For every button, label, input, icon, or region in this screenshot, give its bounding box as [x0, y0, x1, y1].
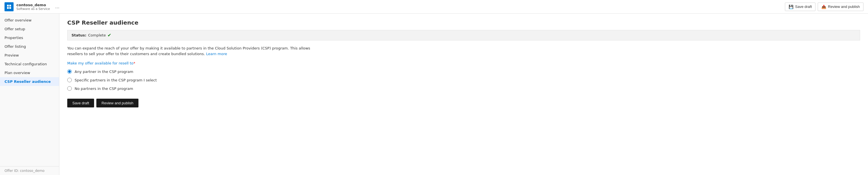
save-draft-button[interactable]: Save draft: [67, 99, 94, 108]
app-name: contoso_demo Software as a Service: [17, 3, 50, 11]
radio-no-partners-label: No partners in the CSP program: [74, 87, 133, 91]
svg-rect-2: [7, 7, 9, 8]
radio-option-any-partner[interactable]: Any partner in the CSP program: [67, 69, 860, 74]
sidebar-item-properties[interactable]: Properties: [0, 33, 59, 42]
review-publish-button-top[interactable]: 📤 Review and publish: [818, 3, 864, 11]
sidebar-item-preview[interactable]: Preview: [0, 51, 59, 60]
publish-icon: 📤: [822, 4, 826, 9]
status-check-icon: ✔: [107, 32, 111, 38]
svg-rect-3: [9, 7, 11, 8]
sidebar: Offer overview Offer setup Properties Of…: [0, 13, 59, 175]
resell-label-text: Make my offer available for resell to: [67, 61, 133, 65]
sidebar-item-offer-overview[interactable]: Offer overview: [0, 16, 59, 25]
svg-rect-0: [7, 4, 9, 6]
action-buttons: Save draft Review and publish: [67, 99, 860, 108]
top-bar: contoso_demo Software as a Service … 💾 S…: [0, 0, 868, 13]
app-name-subtitle: Software as a Service: [17, 7, 50, 11]
sidebar-item-plan-overview[interactable]: Plan overview: [0, 68, 59, 77]
review-publish-button[interactable]: Review and publish: [96, 99, 138, 108]
sidebar-nav: Offer overview Offer setup Properties Of…: [0, 13, 59, 88]
save-icon: 💾: [788, 4, 794, 9]
radio-group: Any partner in the CSP program Specific …: [67, 69, 860, 91]
content-area: CSP Reseller audience Status: Complete ✔…: [59, 13, 868, 175]
sidebar-item-technical-configuration[interactable]: Technical configuration: [0, 60, 59, 68]
description-content: You can expand the reach of your offer b…: [67, 46, 310, 56]
main-layout: Offer overview Offer setup Properties Of…: [0, 13, 868, 175]
radio-no-partners[interactable]: [67, 86, 72, 91]
review-publish-label-top: Review and publish: [828, 4, 860, 9]
ellipsis-button[interactable]: …: [53, 3, 62, 10]
svg-rect-1: [9, 4, 11, 6]
save-draft-button-top[interactable]: 💾 Save draft: [785, 3, 815, 11]
top-bar-left: contoso_demo Software as a Service …: [4, 2, 62, 11]
description-text: You can expand the reach of your offer b…: [67, 46, 321, 57]
sidebar-item-offer-listing[interactable]: Offer listing: [0, 42, 59, 51]
app-icon: [4, 2, 13, 11]
page-title: CSP Reseller audience: [67, 19, 860, 26]
top-bar-right: 💾 Save draft 📤 Review and publish: [785, 3, 864, 11]
radio-any-partner-label: Any partner in the CSP program: [74, 69, 133, 74]
sidebar-item-offer-setup[interactable]: Offer setup: [0, 25, 59, 33]
radio-option-no-partners[interactable]: No partners in the CSP program: [67, 86, 860, 91]
learn-more-link[interactable]: Learn more: [206, 52, 227, 56]
status-bar: Status: Complete ✔: [67, 30, 860, 40]
status-label: Status:: [71, 33, 87, 37]
resell-label: Make my offer available for resell to*: [67, 61, 860, 65]
radio-option-specific-partners[interactable]: Specific partners in the CSP program I s…: [67, 78, 860, 82]
radio-any-partner[interactable]: [67, 69, 72, 74]
sidebar-item-csp-reseller-audience[interactable]: CSP Reseller audience: [0, 77, 59, 86]
save-draft-label-top: Save draft: [795, 4, 812, 9]
status-value: Complete: [88, 33, 106, 37]
required-marker: *: [133, 61, 135, 65]
offer-id-label: Offer ID: contoso_demo: [0, 166, 59, 175]
radio-specific-partners[interactable]: [67, 78, 72, 82]
radio-specific-partners-label: Specific partners in the CSP program I s…: [74, 78, 157, 82]
app-name-title: contoso_demo: [17, 3, 50, 7]
